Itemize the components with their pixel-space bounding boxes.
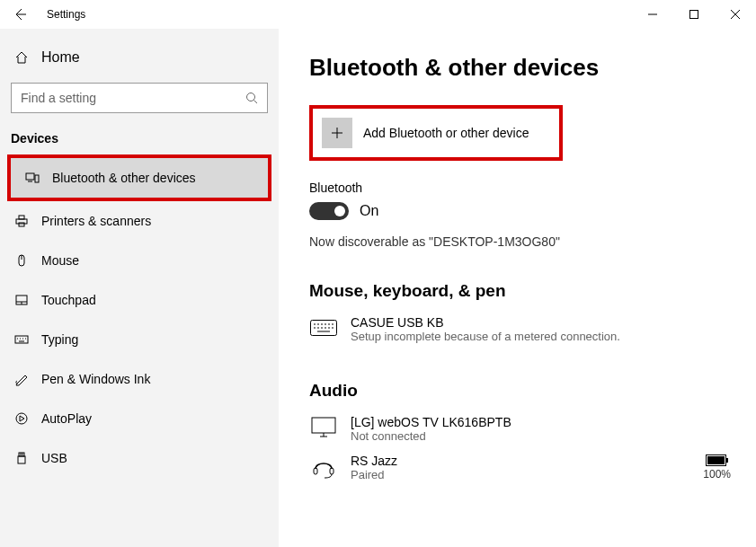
home-nav-item[interactable]: Home [0,40,279,75]
add-device-button[interactable]: Add Bluetooth or other device [318,114,554,152]
home-icon [14,50,29,65]
headset-icon [309,455,338,481]
svg-point-4 [247,93,255,101]
sidebar-item-pen[interactable]: Pen & Windows Ink [0,359,279,399]
sidebar-item-typing[interactable]: Typing [0,320,279,359]
device-row-headset[interactable]: RS Jazz Paired 100% [309,448,738,487]
svg-rect-47 [314,468,317,474]
battery-indicator: 100% [703,454,738,481]
window-controls [632,0,756,29]
device-status: Setup incomplete because of a metered co… [351,330,620,343]
sidebar-item-label: AutoPlay [41,411,92,426]
battery-icon [706,454,729,466]
bluetooth-toggle[interactable] [309,202,349,220]
device-status: Not connected [351,429,511,443]
svg-rect-25 [18,456,25,463]
device-name: CASUE USB KB [351,315,620,330]
main-area: Home Find a setting Devices Bluetooth & … [0,29,756,547]
search-icon [245,92,258,104]
device-text: CASUE USB KB Setup incomplete because of… [351,315,620,343]
maximize-icon [689,10,698,19]
highlight-bluetooth-sidebar: Bluetooth & other devices [7,154,271,201]
device-text: RS Jazz Paired [351,454,397,481]
device-row-keyboard[interactable]: CASUE USB KB Setup incomplete because of… [309,310,738,348]
devices-icon [25,171,40,185]
device-status: Paired [351,468,397,481]
sidebar-item-label: Pen & Windows Ink [41,372,150,386]
svg-rect-10 [19,216,24,219]
mouse-icon [14,253,29,268]
titlebar: Settings [0,0,756,29]
sidebar-item-label: Mouse [41,253,79,268]
svg-rect-7 [35,175,39,182]
maximize-button[interactable] [673,0,715,29]
usb-icon [14,451,29,465]
svg-rect-17 [15,336,28,343]
battery-percent: 100% [703,468,731,481]
monitor-icon [309,415,338,440]
device-name: [LG] webOS TV LK616BPTB [351,415,511,429]
keyboard-icon [14,332,29,347]
minimize-button[interactable] [632,0,673,29]
content-area: Bluetooth & other devices Add Bluetooth … [279,29,756,547]
sidebar-item-printers[interactable]: Printers & scanners [0,201,279,241]
close-button[interactable] [715,0,756,29]
sidebar-item-autoplay[interactable]: AutoPlay [0,399,279,438]
svg-rect-44 [312,418,335,433]
svg-line-5 [254,101,258,104]
svg-rect-6 [26,173,34,180]
sidebar: Home Find a setting Devices Bluetooth & … [0,29,279,547]
svg-rect-1 [690,11,698,19]
add-device-label: Add Bluetooth or other device [363,126,529,140]
section-audio: Audio [309,381,738,401]
sidebar-item-touchpad[interactable]: Touchpad [0,280,279,320]
svg-rect-24 [19,453,24,456]
bluetooth-toggle-row: On [309,202,738,220]
arrow-left-icon [13,7,27,22]
highlight-add-device: Add Bluetooth or other device [309,105,563,161]
sidebar-item-label: USB [41,451,67,465]
search-input[interactable]: Find a setting [11,83,268,113]
plus-icon [330,126,344,140]
toggle-knob [334,206,345,216]
home-label: Home [41,49,80,66]
device-name: RS Jazz [351,454,397,468]
bluetooth-state: On [360,203,378,219]
window-title: Settings [47,8,85,21]
svg-rect-48 [330,468,334,474]
sidebar-item-mouse[interactable]: Mouse [0,241,279,280]
touchpad-icon [14,293,29,307]
device-text: [LG] webOS TV LK616BPTB Not connected [351,415,511,443]
autoplay-icon [14,411,29,426]
sidebar-item-label: Typing [41,332,78,347]
plus-tile [322,118,352,148]
section-mouse-keyboard: Mouse, keyboard, & pen [309,281,738,301]
sidebar-item-label: Touchpad [41,293,96,307]
sidebar-item-label: Printers & scanners [41,214,151,228]
close-icon [731,10,740,19]
search-placeholder: Find a setting [21,91,245,105]
pen-icon [14,372,29,386]
printer-icon [14,214,29,228]
sidebar-item-bluetooth[interactable]: Bluetooth & other devices [11,158,268,198]
sidebar-section-header: Devices [0,128,279,154]
bluetooth-label: Bluetooth [309,181,738,195]
keyboard-icon [309,315,338,340]
device-row-tv[interactable]: [LG] webOS TV LK616BPTB Not connected [309,410,738,448]
minimize-icon [648,10,657,19]
page-title: Bluetooth & other devices [309,54,738,82]
svg-rect-50 [707,456,725,464]
back-button[interactable] [0,0,40,29]
discoverable-text: Now discoverable as "DESKTOP-1M3OG80" [309,234,738,249]
sidebar-item-label: Bluetooth & other devices [52,171,196,185]
sidebar-item-usb[interactable]: USB [0,438,279,478]
svg-point-23 [16,413,27,424]
svg-rect-51 [726,458,728,463]
